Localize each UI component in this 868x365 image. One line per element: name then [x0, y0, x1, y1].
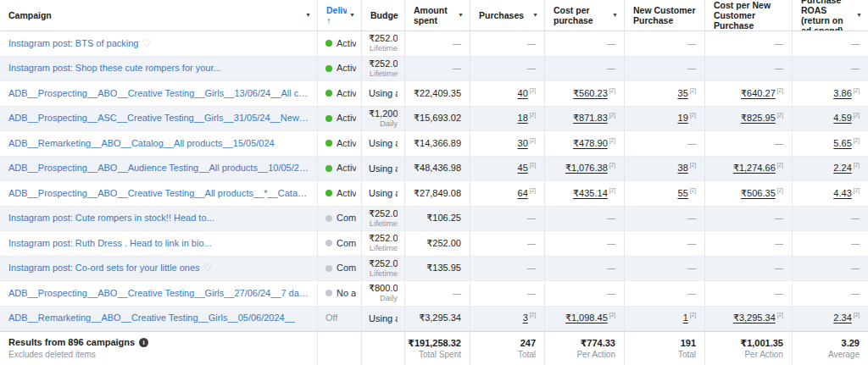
- campaign-link[interactable]: ADB__Remarketing__ABO__Creative Testing_…: [8, 312, 295, 324]
- column-header-budget[interactable]: Budget: [362, 0, 405, 30]
- total-purchases-label: Total: [518, 349, 536, 360]
- campaign-link[interactable]: Instagram post: Cute rompers in stock!! …: [8, 213, 214, 224]
- cost-per-new-customer-purchase-cell: ₹825.95[2]: [705, 107, 793, 131]
- caret-down-icon[interactable]: ▼: [458, 10, 464, 20]
- reference-marker: [2]: [609, 85, 615, 96]
- campaign-link[interactable]: ADB__Prospecting__ABO__Creative Testing_…: [8, 288, 309, 299]
- column-header-delivery[interactable]: Delivery ↑ ▼: [318, 0, 362, 30]
- purchases-value[interactable]: 3: [523, 312, 528, 324]
- empty-value-dash: —: [851, 38, 860, 49]
- campaign-cell: Instagram post: Cute rompers in stock!! …: [0, 207, 318, 231]
- new-customer-purchase-value[interactable]: 1: [683, 312, 688, 324]
- budget-value: Using ad...: [369, 163, 398, 174]
- empty-value-dash: —: [775, 213, 783, 224]
- column-header-cost-per-new-customer-purchase[interactable]: Cost per New Customer Purchase: [705, 0, 793, 30]
- campaign-link[interactable]: ADB__Prospecting__ASC__Creative Testing_…: [8, 113, 309, 124]
- cost-per-purchase-value[interactable]: ₹871.83: [573, 113, 608, 124]
- column-label: Campaign: [8, 10, 52, 20]
- cost-per-new-customer-purchase-value[interactable]: ₹640.27: [741, 88, 776, 99]
- budget-period: Daily: [380, 293, 398, 303]
- delivery-cell: Off: [318, 307, 362, 331]
- cost-per-new-customer-purchase-value[interactable]: ₹506.35: [741, 188, 776, 199]
- budget-period: Lifetime: [370, 243, 398, 253]
- cost-per-purchase-cell: —: [545, 281, 625, 306]
- cost-per-purchase-value[interactable]: ₹560.23: [573, 88, 608, 99]
- cost-per-purchase-cell: ₹871.83[2]: [545, 107, 625, 131]
- column-header-cost-per-purchase[interactable]: Cost per purchase ▼: [545, 0, 625, 30]
- column-header-purchase-roas[interactable]: Purchase ROAS (return on ad spend) ▼: [793, 0, 868, 30]
- reference-marker: [2]: [854, 185, 860, 196]
- cost-per-new-customer-purchase-value[interactable]: ₹1,274.66: [733, 163, 776, 174]
- caret-down-icon[interactable]: ▼: [532, 10, 538, 20]
- campaign-link[interactable]: Instagram post: BTS of packing: [8, 38, 138, 49]
- purchase-roas-value[interactable]: 2.34: [833, 312, 851, 324]
- purchase-roas-value[interactable]: 4.43: [833, 188, 851, 199]
- purchases-value[interactable]: 18: [518, 113, 528, 124]
- column-header-campaign[interactable]: Campaign ▼: [0, 0, 318, 30]
- column-header-purchases[interactable]: Purchases ▼: [470, 0, 545, 30]
- column-header-new-customer-purchase[interactable]: New Customer Purchase: [625, 0, 705, 30]
- cost-per-purchase-value[interactable]: ₹1,076.38: [565, 163, 608, 174]
- budget-value: ₹252.00: [369, 258, 398, 268]
- purchases-cell: 64[2]: [470, 181, 545, 206]
- purchases-cell: —: [470, 57, 545, 81]
- purchases-value[interactable]: 45: [518, 163, 528, 174]
- cost-per-purchase-value[interactable]: ₹478.90: [573, 138, 608, 149]
- purchase-roas-value[interactable]: 4.59: [833, 113, 851, 124]
- status-dot-icon: [326, 140, 332, 147]
- purchase-roas-value[interactable]: 3.86: [833, 88, 851, 99]
- empty-value-dash: —: [851, 238, 860, 249]
- reference-marker: [2]: [777, 85, 783, 96]
- cost-per-new-customer-purchase-cell: —: [705, 281, 793, 306]
- purchases-value[interactable]: 30: [518, 138, 528, 149]
- cost-per-new-customer-purchase-value[interactable]: ₹3,295.34: [733, 312, 776, 324]
- purchases-value[interactable]: 40: [518, 88, 528, 99]
- new-customer-purchase-cell: —: [625, 31, 705, 56]
- campaign-link[interactable]: ADB__Remarketing__ABO__Catalog__All prod…: [8, 138, 275, 149]
- new-customer-purchase-value[interactable]: 19: [678, 113, 688, 124]
- empty-value-dash: —: [775, 38, 783, 49]
- purchases-value[interactable]: 64: [518, 188, 528, 199]
- reference-marker: [2]: [690, 85, 696, 96]
- info-icon[interactable]: i: [139, 338, 148, 347]
- new-customer-purchase-value[interactable]: 35: [678, 88, 688, 99]
- campaign-link[interactable]: ADB__Prospecting__ABO__Creative Testing_…: [8, 88, 309, 99]
- purchases-cell: 18[2]: [470, 107, 545, 131]
- total-new-customer-purchase: 191: [681, 338, 696, 349]
- caret-down-icon[interactable]: ▼: [856, 10, 862, 20]
- budget-period: Lifetime: [370, 69, 398, 79]
- delivery-cell: No ads: [318, 281, 362, 306]
- campaign-link[interactable]: ADB__Prospecting__ABO__Creative Testing_…: [8, 188, 309, 199]
- campaign-link[interactable]: Instagram post: Shop these cute rompers …: [8, 63, 221, 74]
- status-dot-icon: [326, 65, 332, 72]
- purchase-roas-cell: —: [793, 57, 868, 81]
- caret-down-icon[interactable]: ▼: [612, 10, 618, 20]
- budget-value: Using ad...: [369, 188, 398, 198]
- cost-per-purchase-value[interactable]: ₹1,098.45: [565, 312, 608, 324]
- new-customer-purchase-value[interactable]: 55: [678, 188, 688, 199]
- column-label: Cost per New Customer Purchase: [714, 0, 786, 30]
- campaign-link[interactable]: ADB__Prospecting__ABO__Audience Testing_…: [8, 163, 309, 174]
- empty-value-dash: —: [687, 263, 696, 274]
- table-row: ADB__Prospecting__ABO__Creative Testing_…: [0, 81, 868, 107]
- column-header-amount-spent[interactable]: Amount spent ▼: [405, 0, 470, 30]
- purchase-roas-value[interactable]: 2.24: [833, 163, 851, 174]
- new-customer-purchase-cell: 19[2]: [625, 107, 705, 131]
- campaign-link[interactable]: Instagram post: Ruth Dress . Head to lin…: [8, 238, 212, 249]
- cost-per-purchase-value[interactable]: ₹435.14: [573, 188, 608, 199]
- reference-marker: [2]: [609, 185, 615, 196]
- new-customer-purchase-cell: 55[2]: [625, 181, 705, 206]
- caret-down-icon[interactable]: ▼: [305, 10, 311, 20]
- results-note: Excludes deleted items: [8, 349, 96, 360]
- new-customer-purchase-value[interactable]: 38: [678, 163, 688, 174]
- empty-value-dash: —: [775, 63, 783, 74]
- campaign-link[interactable]: Instagram post: Co-ord sets for your lit…: [8, 263, 200, 274]
- footer-purchase-roas-cell: 3.29 Average: [793, 332, 868, 365]
- caret-down-icon[interactable]: ▼: [349, 10, 355, 20]
- purchase-roas-value[interactable]: 5.65: [833, 138, 851, 149]
- empty-value-dash: —: [687, 213, 696, 224]
- table-row: ADB__Prospecting__ABO__Creative Testing_…: [0, 181, 868, 207]
- cost-per-new-customer-purchase-value[interactable]: ₹825.95: [741, 113, 776, 124]
- cost-per-purchase-cell: ₹1,076.38[2]: [545, 157, 625, 181]
- footer-amount-spent-cell: ₹191,258.32 Total Spent: [405, 332, 470, 365]
